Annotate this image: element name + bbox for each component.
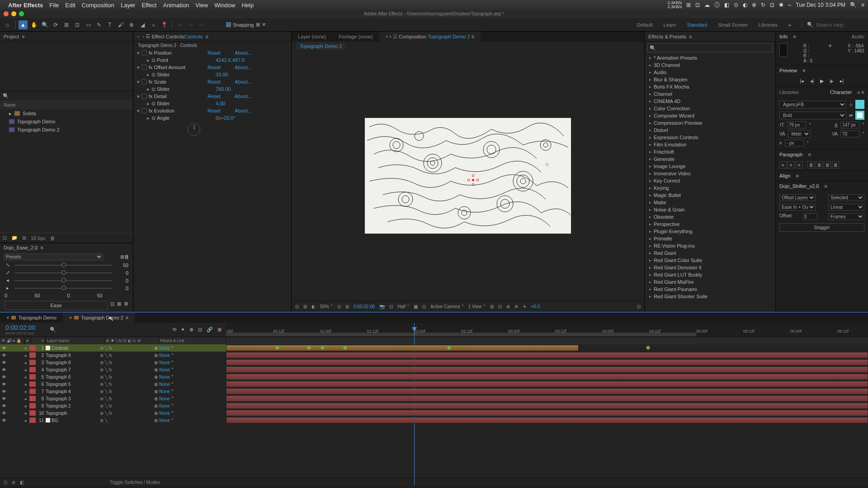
align-left-icon[interactable]: ≡ [779,161,787,169]
visibility-icon[interactable]: 👁 [2,346,6,350]
effect-category[interactable]: ▸Channel [645,90,775,98]
exposure-icon[interactable]: ☀ [523,304,527,309]
ease-select[interactable]: Ease In + Out [779,204,816,211]
label-color[interactable] [29,396,36,401]
camera-select[interactable]: Active Camera ˅ [430,304,464,309]
timeline-layer[interactable]: 👁 ▸ 6 Topograph 5 ⊕ ╲ fx ⊚None ˅ [0,380,226,388]
menu-composition[interactable]: Composition [82,2,114,9]
label-color[interactable] [29,381,36,387]
pan-behind-tool[interactable]: ⊡ [73,20,82,29]
pickwhip-icon[interactable]: ⊚ [154,418,158,423]
3d-icon[interactable]: ⊡ [422,304,426,309]
effect-property-value[interactable]: ▸⊙Slider33.00 [133,71,291,78]
mask-icon[interactable]: ◐ [311,304,316,309]
effect-property-value[interactable]: ▸⊙Slider780.00 [133,85,291,93]
tray-icon[interactable]: ⊙ [734,2,738,8]
effect-category[interactable]: ▸Keying [645,184,775,192]
eraser-tool[interactable]: ◢ [138,20,147,29]
time-display[interactable]: 0:00:02:00 [354,304,375,309]
alpha-icon[interactable]: ⊡ [295,304,299,309]
layer-bar[interactable] [226,388,868,394]
effect-category[interactable]: ▸Magic Bullet [645,192,775,199]
effect-category[interactable]: ▸Frischluft [645,148,775,155]
workspace-standard[interactable]: Standard [687,22,708,28]
menu-window[interactable]: Window [214,2,235,9]
paragraph-tab[interactable]: Paragraph [779,152,802,157]
effect-category[interactable]: ▸Primatte [645,235,775,242]
pickwhip-icon[interactable]: ⊚ [154,346,158,351]
dojo-icon[interactable]: ⊞ [120,254,124,260]
layer-bar[interactable] [226,366,868,373]
label-color[interactable] [29,389,36,394]
clone-tool[interactable]: ⊕ [127,20,136,29]
local-axis-icon[interactable]: ⊹ [175,20,184,29]
effect-property[interactable]: ▾fx DetailResetAbout... [133,93,291,100]
tray-icon[interactable]: ◐ [743,2,747,8]
visibility-icon[interactable]: 👁 [2,367,6,372]
visibility-icon[interactable]: 👁 [2,411,6,415]
comp-subtab[interactable]: Topograph Demo 2 [296,42,346,50]
layer-tab[interactable]: Layer (none) [292,32,332,42]
composition-tab[interactable]: × ▪ ☰ Composition Topograph Demo 2 ≡ [379,32,481,42]
timeline-layer[interactable]: 👁 ▸ 1 Controls ⊕ ╲ fx ⊚None ˅ [0,344,226,352]
puppet-tool[interactable]: 📍 [160,20,169,29]
tray-icon[interactable]: ☁ [704,2,710,8]
folder-new-icon[interactable]: 📁 [11,235,18,241]
effect-category[interactable]: ▸Noise & Grain [645,206,775,213]
snapping-checkbox[interactable] [226,22,231,27]
first-frame-icon[interactable]: |◂ [798,78,806,84]
pen-tool[interactable]: ✎ [94,20,104,29]
effect-category[interactable]: ▸3D Channel [645,61,775,69]
timeline-layer[interactable]: 👁 ▸ 11 BG ⊕ ╲ ⊚None ˅ [0,417,226,424]
project-comp[interactable]: Topograph Demo 2 [0,126,133,134]
justify-right-icon[interactable]: ≣ [824,161,831,169]
effect-property-value[interactable]: ▸⊙Slider4.00 [133,100,291,107]
font-size-input[interactable] [787,122,806,128]
visibility-icon[interactable]: 👁 [2,389,6,394]
effect-property[interactable]: ▾fx Offset AmountResetAbout... [133,64,291,71]
stopwatch-icon[interactable] [142,108,147,113]
effect-property[interactable]: ▾fx ScaleResetAbout... [133,78,291,85]
camera-tool[interactable]: ⊞ [62,20,71,29]
pickwhip-icon[interactable]: ⊚ [154,389,158,394]
view-icon[interactable]: ✲ [514,304,518,309]
effect-category[interactable]: ▸Red Giant Denoiser II [645,264,775,271]
timeline-layer[interactable]: 👁 ▸ 9 Topograph 2 ⊕ ╲ fx ⊚None ˅ [0,402,226,409]
pickwhip-icon[interactable]: ⊚ [154,360,158,365]
interpret-icon[interactable]: ⊡ [3,235,7,241]
dojo-slider[interactable]: ▸0 [0,284,133,292]
weight-select[interactable]: Bold [779,112,846,119]
timeline-layer[interactable]: 👁 ▸ 7 Topograph 4 ⊕ ╲ fx ⊚None ˅ [0,388,226,395]
pickwhip-icon[interactable]: ⊚ [154,367,158,372]
spotlight-icon[interactable]: 🔍 [850,2,857,8]
timeline-layer[interactable]: 👁 ▸ 10 Topograph ⊕ ╲ fx ⊚None ˅ [0,409,226,417]
view-axis-icon[interactable]: ⊹ [197,20,206,29]
dojo-tab[interactable]: Dojo_Ease_2.0 [4,245,38,250]
fast-preview-icon[interactable]: ⊡ [637,304,641,309]
pickwhip-icon[interactable]: ⊚ [154,375,158,380]
project-tab[interactable]: Project≡ [0,32,133,42]
effect-property-value[interactable]: ▸⊙Angle0x+20.0° [133,114,291,122]
effects-search[interactable]: 🔍 [647,43,773,52]
effect-category[interactable]: ▸Audio [645,69,775,76]
timeline-layer[interactable]: 👁 ▸ 8 Topograph 3 ⊕ ╲ fx ⊚None ˅ [0,395,226,402]
dojo-slider[interactable]: ⤡50 [0,261,133,269]
res-icon[interactable]: ⊡ [337,304,341,309]
dojo-icon[interactable]: ⊡ [110,301,114,310]
layer-bar[interactable] [226,410,868,416]
pickwhip-icon[interactable]: ⊚ [154,353,158,358]
effect-category[interactable]: ▸Compression Preview [645,119,775,127]
layer-bar[interactable] [226,417,868,423]
effect-category[interactable]: ▸Red Giant LUT Buddy [645,271,775,278]
view-icon[interactable]: ⊕ [506,304,510,309]
view-select[interactable]: 1 View ˅ [468,304,486,309]
menu-effect[interactable]: Effect [142,2,156,9]
effect-category[interactable]: ▸Plugin Everything [645,228,775,235]
stagger-button[interactable]: Stagger [779,223,864,232]
clock[interactable]: Tue Dec 10 3:04 PM [796,2,845,8]
effect-property-value[interactable]: ▸⊙Point4242.6,497.0 [133,56,291,64]
layer-bar[interactable] [226,374,868,380]
tl-tool-icon[interactable]: ✦ [181,327,185,333]
toggle-switches[interactable]: Toggle Switches / Modes [110,480,160,485]
snap-icon[interactable]: ✕ [262,22,266,28]
